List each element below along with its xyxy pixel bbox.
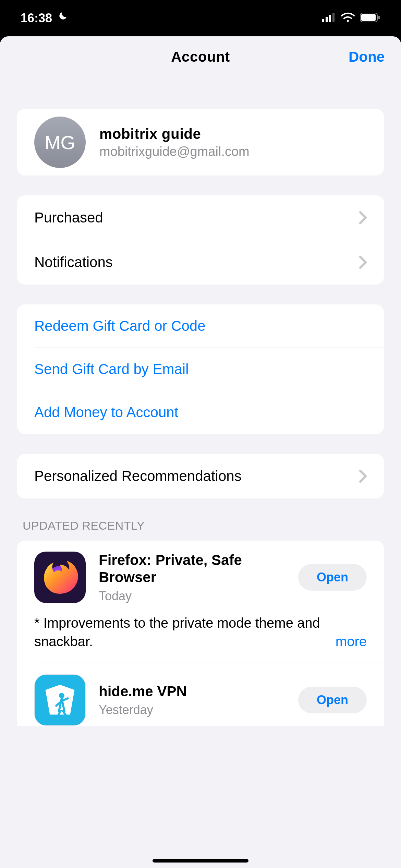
profile-group: MG mobitrix guide mobitrixguide@gmail.co… — [17, 109, 384, 176]
more-button[interactable]: more — [336, 632, 367, 651]
settings-group-1: Purchased Notifications — [17, 195, 384, 285]
home-indicator[interactable] — [153, 859, 248, 863]
status-time: 16:38 — [21, 11, 52, 25]
personalized-recommendations-row[interactable]: Personalized Recommendations — [17, 454, 384, 498]
profile-name: mobitrix guide — [99, 126, 250, 142]
settings-group-2: Redeem Gift Card or Code Send Gift Card … — [17, 304, 384, 434]
settings-group-3: Personalized Recommendations — [17, 454, 384, 498]
open-button[interactable]: Open — [298, 564, 367, 591]
app-row-hideme: hide.me VPN Yesterday Open — [17, 663, 384, 726]
open-button[interactable]: Open — [298, 687, 367, 713]
svg-rect-2 — [329, 15, 331, 22]
notifications-row[interactable]: Notifications — [17, 240, 384, 285]
row-label: Redeem Gift Card or Code — [34, 318, 367, 334]
avatar: MG — [34, 117, 86, 168]
do-not-disturb-icon — [56, 11, 68, 26]
app-row-firefox: Firefox: Private, Safe Browser Today Ope… — [17, 541, 384, 663]
updated-recently-group: Firefox: Private, Safe Browser Today Ope… — [17, 541, 384, 726]
svg-rect-7 — [378, 16, 380, 19]
app-name: hide.me VPN — [99, 683, 285, 700]
row-label: Add Money to Account — [34, 404, 367, 421]
firefox-app-icon[interactable] — [34, 552, 86, 603]
account-sheet: Account Done MG mobitrix guide mobitrixg… — [0, 36, 401, 868]
hideme-app-icon[interactable] — [34, 674, 86, 726]
row-label: Send Gift Card by Email — [34, 361, 367, 377]
chevron-right-icon — [359, 256, 367, 269]
purchased-row[interactable]: Purchased — [17, 195, 384, 240]
send-gift-card-row[interactable]: Send Gift Card by Email — [17, 348, 384, 391]
app-update-date: Yesterday — [99, 703, 285, 717]
redeem-gift-card-row[interactable]: Redeem Gift Card or Code — [17, 304, 384, 348]
chevron-right-icon — [359, 211, 367, 224]
app-update-date: Today — [99, 589, 285, 603]
svg-rect-6 — [361, 14, 376, 21]
profile-row[interactable]: MG mobitrix guide mobitrixguide@gmail.co… — [17, 109, 384, 176]
row-label: Personalized Recommendations — [34, 468, 359, 484]
page-title: Account — [171, 49, 230, 65]
cellular-icon — [322, 13, 336, 24]
battery-icon — [360, 13, 380, 24]
status-bar: 16:38 — [0, 0, 401, 36]
row-label: Purchased — [34, 209, 359, 226]
done-button[interactable]: Done — [349, 49, 385, 65]
chevron-right-icon — [359, 470, 367, 483]
row-label: Notifications — [34, 254, 359, 270]
svg-rect-1 — [326, 17, 328, 22]
release-notes: * Improvements to the private mode theme… — [34, 614, 322, 651]
app-name: Firefox: Private, Safe Browser — [99, 552, 285, 586]
svg-rect-0 — [322, 19, 324, 22]
svg-point-4 — [347, 20, 349, 22]
updated-recently-header: UPDATED RECENTLY — [17, 498, 384, 532]
profile-email: mobitrixguide@gmail.com — [99, 144, 250, 159]
svg-rect-3 — [332, 13, 335, 22]
nav-bar: Account Done — [0, 36, 401, 77]
wifi-icon — [341, 12, 355, 24]
add-money-row[interactable]: Add Money to Account — [17, 391, 384, 434]
